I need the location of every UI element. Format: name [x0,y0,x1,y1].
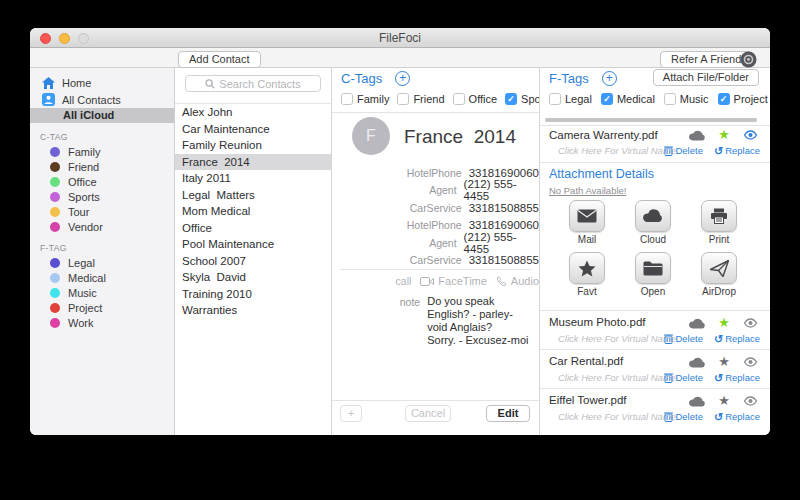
virtual-name-hint[interactable]: Click Here For Virtual Name [540,333,676,344]
contact-row[interactable]: Warranties [175,302,331,319]
sidebar-tag-family[interactable]: Family [30,144,174,159]
sidebar-tag-office[interactable]: Office [30,174,174,189]
ftag-checkbox-music[interactable]: Music [664,93,709,105]
note-text: Do you speak English? - parley- void Ang… [420,295,533,347]
eye-icon[interactable] [743,130,758,140]
ftag-checkbox-project[interactable]: Project [718,93,768,105]
star-icon[interactable] [718,316,730,330]
attachment-actions-grid: Mail Cloud Print [554,200,754,297]
app-window: FileFoci Add Contact Refer A Friend Home… [30,28,770,435]
cancel-button[interactable]: Cancel [405,405,451,422]
replace-icon: ↺ [714,412,723,422]
contact-row[interactable]: Office [175,220,331,237]
star-icon[interactable] [718,355,730,369]
zoom-button[interactable] [78,33,89,44]
ftag-section-header: F-TAG [30,234,174,255]
sidebar-item-all-contacts[interactable]: All Contacts [30,91,174,108]
cloud-icon[interactable] [688,130,705,141]
action-open[interactable]: Open [620,252,686,297]
sidebar-tag-sports[interactable]: Sports [30,189,174,204]
replace-link[interactable]: ↺ Replace [714,145,760,156]
sidebar-item-home[interactable]: Home [30,74,174,91]
contact-row[interactable]: Family Reunion [175,137,331,154]
delete-link[interactable]: Delete [664,411,702,422]
attachment-row: Museum Photo.pdf Click Here For Virtual … [540,310,770,349]
action-cloud[interactable]: Cloud [620,200,686,245]
attachment-name[interactable]: Museum Photo.pdf [549,316,646,328]
ftag-checkbox-legal[interactable]: Legal [549,93,592,105]
action-favt[interactable]: Favt [554,252,620,297]
contact-row[interactable]: School 2007 [175,253,331,270]
virtual-name-hint[interactable]: Click Here For Virtual Name [540,372,676,383]
ctags-header: C-Tags [341,71,382,86]
replace-link[interactable]: ↺Replace [714,333,760,344]
ctag-checkbox-sports[interactable]: Sports [505,93,539,105]
ctag-checkbox-family[interactable]: Family [341,93,389,105]
sidebar-item-all-icloud[interactable]: All iCloud [30,108,174,123]
divider [332,112,539,113]
star-icon[interactable] [718,128,730,142]
horizontal-scrollbar[interactable] [545,118,757,122]
action-airdrop[interactable]: AirDrop [686,252,752,297]
delete-link[interactable]: Delete [664,145,702,156]
replace-link[interactable]: ↺Replace [714,411,760,422]
sidebar-tag-medical[interactable]: Medical [30,270,174,285]
sidebar-tag-project[interactable]: Project [30,300,174,315]
sidebar-tag-legal[interactable]: Legal [30,255,174,270]
add-field-button[interactable]: + [340,405,362,422]
ctag-checkbox-office[interactable]: Office [453,93,498,105]
eye-icon[interactable] [743,396,758,406]
attachment-name[interactable]: Car Rental.pdf [549,355,623,367]
refer-friend-button[interactable]: Refer A Friend [660,51,752,68]
attachment-name[interactable]: Camera Warrenty.pdf [549,129,658,141]
star-icon[interactable] [718,394,730,408]
sidebar-tag-tour[interactable]: Tour [30,204,174,219]
cloud-icon[interactable] [688,318,705,329]
action-print[interactable]: Print [686,200,752,245]
field-row: CarService33181508855 [332,199,539,217]
eye-icon[interactable] [743,357,758,367]
close-button[interactable] [40,33,51,44]
audio-call-button[interactable]: Audio [496,275,539,287]
contact-row[interactable]: Alex John [175,104,331,121]
contact-row-selected[interactable]: France 2014 [175,154,331,171]
attach-file-button[interactable]: Attach File/Folder [653,69,759,86]
replace-link[interactable]: ↺Replace [714,372,760,383]
edit-button[interactable]: Edit [486,405,530,422]
trash-icon [664,333,673,344]
cloud-icon[interactable] [688,357,705,368]
add-contact-button[interactable]: Add Contact [178,51,261,68]
tag-color-dot [50,177,60,187]
add-ftag-icon[interactable] [602,71,617,86]
sidebar-tag-music[interactable]: Music [30,285,174,300]
contact-row[interactable]: Skyla David [175,269,331,286]
eye-icon[interactable] [743,318,758,328]
cloud-icon[interactable] [688,396,705,407]
ftag-checkbox-medical[interactable]: Medical [601,93,655,105]
settings-icon[interactable] [740,51,757,68]
action-mail[interactable]: Mail [554,200,620,245]
sidebar-tag-work[interactable]: Work [30,315,174,330]
contact-row[interactable]: Legal Matters [175,187,331,204]
no-path-link[interactable]: No Path Available! [549,185,626,196]
virtual-name-hint[interactable]: Click Here For Virtual Name [540,411,676,422]
virtual-name-hint[interactable]: Click Here For Virtual Name [540,145,676,156]
contact-name: France 2014 [404,126,516,148]
cloud-icon [635,200,671,232]
minimize-button[interactable] [59,33,70,44]
search-input[interactable]: Search Contacts [185,75,321,92]
delete-link[interactable]: Delete [664,333,702,344]
delete-link[interactable]: Delete [664,372,702,383]
contact-row[interactable]: Car Maintenance [175,121,331,138]
add-ctag-icon[interactable] [395,71,410,86]
sidebar-tag-vendor[interactable]: Vendor [30,219,174,234]
divider [540,125,770,126]
contact-row[interactable]: Training 2010 [175,286,331,303]
ctag-checkbox-friend[interactable]: Friend [397,93,444,105]
facetime-button[interactable]: FaceTime [420,275,487,287]
attachment-name[interactable]: Eiffel Tower.pdf [549,394,627,406]
contact-row[interactable]: Italy 2011 [175,170,331,187]
sidebar-tag-friend[interactable]: Friend [30,159,174,174]
contact-row[interactable]: Mom Medical [175,203,331,220]
contact-row[interactable]: Pool Maintenance [175,236,331,253]
